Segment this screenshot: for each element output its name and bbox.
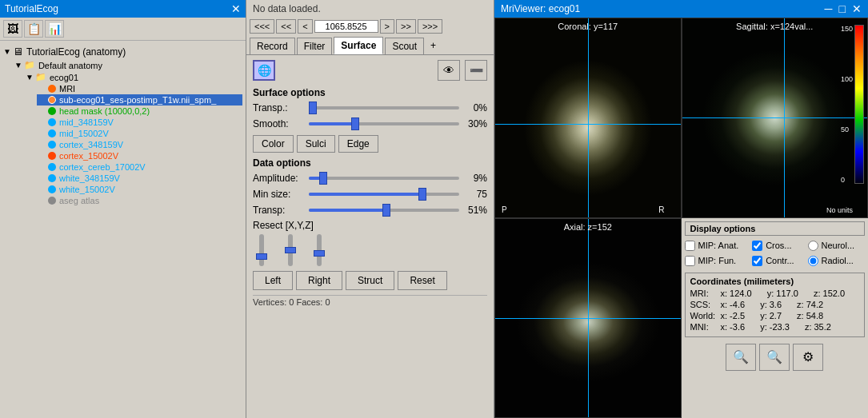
neurol-radio[interactable]	[808, 241, 818, 251]
mip-fun-checkbox[interactable]	[685, 256, 695, 266]
data-transp-slider[interactable]	[309, 204, 459, 217]
color-btn[interactable]: Color	[253, 135, 294, 153]
tree-children: MRI sub-ecog01_ses-postimp_T1w.nii_spm_ …	[26, 83, 242, 206]
tree-item-ecog01[interactable]: ▼ 📁 ecog01	[26, 71, 242, 83]
coronal-p-label: P	[502, 205, 507, 214]
mni-coord-label: MNI:	[690, 322, 714, 332]
bottom-tools: 🔍 🔍 ⚙	[685, 340, 866, 374]
axial-view[interactable]: Axial: z=152	[494, 218, 682, 419]
contr-checkbox[interactable]	[752, 256, 762, 266]
cros-row: Cros...	[752, 241, 804, 251]
nav-value-input[interactable]: 1065.8525	[314, 20, 378, 33]
mip-anat-checkbox[interactable]	[685, 241, 695, 251]
scs-y: y: 3.6	[760, 300, 782, 309]
nav-prev-btn[interactable]: <	[298, 19, 312, 34]
scs-coord-label: SCS:	[690, 300, 714, 309]
nav-prev2-btn[interactable]: <<	[276, 19, 296, 34]
sagittal-view[interactable]: Sagittal: x=124val... 150 100 50 0 No un…	[682, 18, 869, 218]
nav-next2-btn[interactable]: >>	[396, 19, 416, 34]
resect-z-slider[interactable]	[317, 234, 322, 266]
coronal-view[interactable]: Coronal: y=117 P R	[494, 18, 682, 218]
nav-last-btn[interactable]: >>>	[418, 19, 442, 34]
display-options-grid: MIP: Anat. Cros... Neurol... MIP: Fun.	[685, 239, 866, 268]
tree-item-mid-15002[interactable]: mid_15002V	[37, 128, 242, 139]
left-btn[interactable]: Left	[253, 271, 293, 290]
amplitude-value: 9%	[459, 173, 487, 184]
scs-coord-row: SCS: x: -4.6 y: 3.6 z: 74.2	[690, 300, 860, 309]
reset-btn[interactable]: Reset	[398, 271, 446, 290]
struct-btn[interactable]: Struct	[346, 271, 394, 290]
tab-scout[interactable]: Scout	[385, 38, 424, 54]
mip-fun-label: MIP: Fun.	[698, 256, 737, 265]
mid-15002-dot	[48, 129, 56, 137]
tab-filter[interactable]: Filter	[297, 38, 333, 54]
left-close-btn[interactable]: ✕	[231, 2, 241, 15]
nav-first-btn[interactable]: <<<	[250, 19, 274, 34]
surface-minus-icon-btn[interactable]: ➖	[465, 60, 487, 81]
radiol-label: Radiol...	[822, 256, 854, 265]
cros-checkbox[interactable]	[752, 241, 762, 251]
viewer-title: MriViewer: ecog01	[501, 3, 580, 14]
smooth-slider[interactable]	[309, 117, 459, 130]
toolbar-btn-3[interactable]: 📊	[45, 20, 64, 38]
minsize-label: Min size:	[253, 189, 309, 200]
tree-item-cortex-cereb[interactable]: cortex_cereb_17002V	[37, 161, 242, 173]
viewer-minimize-btn[interactable]: ─	[825, 2, 833, 15]
tabs-bar: Record Filter Surface Scout +	[246, 35, 494, 55]
mid-15002-label: mid_15002V	[59, 129, 109, 138]
tab-surface[interactable]: Surface	[334, 37, 383, 54]
folder-icon: 📁	[24, 60, 35, 70]
tree-item-sub-ecog01[interactable]: sub-ecog01_ses-postimp_T1w.nii_spm_	[37, 94, 242, 105]
tree-item-aseg-atlas[interactable]: aseg atlas	[37, 195, 242, 206]
minsize-value: 75	[459, 189, 487, 200]
default-anatomy-label: Default anatomy	[38, 61, 102, 70]
toolbar-btn-2[interactable]: 📋	[24, 20, 43, 38]
surface-eye-icon-btn[interactable]: 👁	[438, 60, 460, 81]
viewer-title-bar: MriViewer: ecog01 ─ □ ✕	[494, 0, 868, 18]
white-348159-label: white_348159V	[59, 173, 120, 183]
smooth-value: 30%	[459, 118, 487, 129]
tree-item-head-mask[interactable]: head mask (10000,0,2)	[37, 105, 242, 117]
viewer-close-btn[interactable]: ✕	[852, 2, 862, 15]
tree-item-cortex-15002[interactable]: cortex_15002V	[37, 150, 242, 161]
tree-item-cortex-348159[interactable]: cortex_348159V	[37, 139, 242, 150]
tree-item-white-348159[interactable]: white_348159V	[37, 173, 242, 184]
tool-settings-btn[interactable]: ⚙	[793, 344, 823, 371]
contr-label: Contr...	[766, 256, 794, 265]
amplitude-slider[interactable]	[309, 172, 459, 185]
minsize-slider[interactable]	[309, 188, 459, 201]
resect-y-slider[interactable]	[288, 234, 293, 266]
radiol-radio[interactable]	[808, 256, 818, 266]
toolbar-btn-1[interactable]: 🖼	[3, 20, 22, 38]
resect-x-slider[interactable]	[259, 234, 264, 266]
tab-record[interactable]: Record	[250, 38, 295, 54]
coronal-label: Coronal: y=117	[558, 22, 618, 31]
tool-zoom-btn[interactable]: 🔍	[759, 344, 790, 371]
data-options-title: Data options	[253, 157, 487, 169]
mri-coord-label: MRI:	[690, 289, 714, 298]
tree-item-default-anatomy[interactable]: ▼ 📁 Default anatomy	[14, 59, 242, 71]
mip-anat-label: MIP: Anat.	[698, 241, 739, 250]
transp-slider[interactable]	[309, 102, 459, 114]
smooth-label: Smooth:	[253, 118, 309, 129]
edge-btn[interactable]: Edge	[338, 135, 378, 153]
white-15002-dot	[48, 185, 56, 193]
data-transp-value: 51%	[459, 205, 487, 216]
tool-search-btn[interactable]: 🔍	[726, 344, 756, 371]
cortex-cereb-dot	[48, 163, 56, 171]
aseg-label: aseg atlas	[59, 196, 99, 205]
tree-item-white-15002[interactable]: white_15002V	[37, 184, 242, 195]
right-btn[interactable]: Right	[296, 271, 342, 290]
mri-label: MRI	[59, 84, 75, 94]
tree-item-mid-348159[interactable]: mid_348159V	[37, 117, 242, 128]
surface-btn-row: Color Sulci Edge	[253, 135, 487, 153]
tree-root[interactable]: ▼ 🖥 TutorialEcog (anatomy)	[3, 44, 242, 59]
minsize-row: Min size: 75	[253, 188, 487, 201]
nav-next-btn[interactable]: >	[380, 19, 394, 34]
surface-sphere-icon-btn[interactable]: 🌐	[253, 60, 275, 81]
tree-item-mri[interactable]: MRI	[37, 83, 242, 94]
radiol-row: Radiol...	[808, 256, 865, 266]
viewer-maximize-btn[interactable]: □	[839, 2, 846, 15]
sulci-btn[interactable]: Sulci	[297, 135, 335, 153]
tab-add[interactable]: +	[426, 38, 441, 54]
